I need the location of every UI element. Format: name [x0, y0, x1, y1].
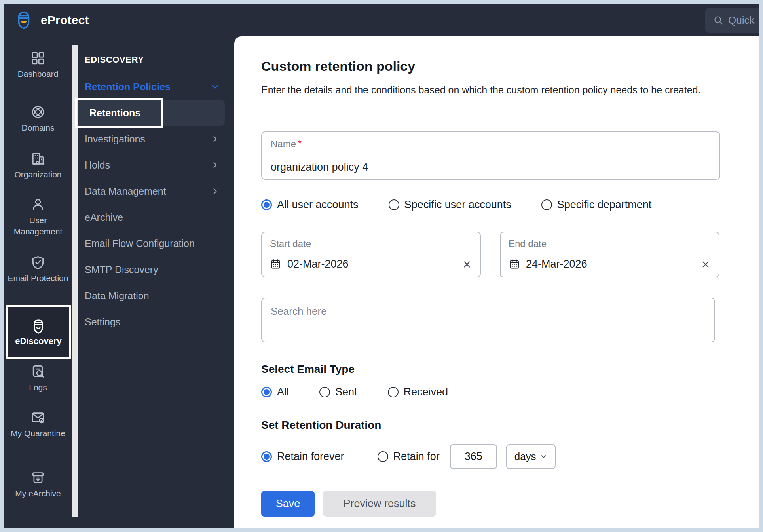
ediscovery-subnav: EDISCOVERY Retention Policies Retentions…: [78, 36, 234, 528]
radio-email-received[interactable]: Received: [388, 386, 448, 398]
calendar-icon[interactable]: [270, 258, 281, 270]
shield-check-icon: [30, 255, 46, 270]
subnav-item-smtp-discovery[interactable]: SMTP Discovery: [78, 256, 234, 283]
start-date-label: Start date: [270, 238, 472, 249]
subnav-list: Retention Policies Retentions Investigat…: [78, 74, 234, 335]
body-row: Dashboard Domains Organization User Mana…: [4, 36, 759, 528]
sidebar-item-dashboard[interactable]: Dashboard: [4, 51, 72, 80]
subnav-item-retentions[interactable]: Retentions: [78, 100, 225, 126]
logs-search-icon: [30, 364, 46, 379]
sidebar-item-organization[interactable]: Organization: [4, 151, 72, 180]
retention-unit-select[interactable]: days: [506, 444, 556, 469]
sidebar-item-logs[interactable]: Logs: [4, 364, 72, 393]
subnav-item-holds[interactable]: Holds: [78, 152, 234, 178]
chevron-right-icon: [210, 160, 220, 170]
subnav-section-title: EDISCOVERY: [85, 55, 234, 65]
radio-unselected-icon: [541, 200, 552, 210]
start-date-value: 02-Mar-2026: [287, 258, 349, 270]
radio-unselected-icon: [389, 200, 399, 210]
calendar-icon[interactable]: [509, 258, 520, 270]
search-placeholder: Search here: [271, 305, 327, 317]
app-window: eProtect Quick Dashboard Domains Organiz…: [0, 0, 763, 532]
required-asterisk: *: [298, 139, 302, 149]
sidebar-item-email-protection[interactable]: Email Protection: [4, 255, 72, 284]
sidebar-rail: Dashboard Domains Organization User Mana…: [4, 36, 72, 528]
end-date-field[interactable]: End date 24-Mar-2026: [500, 232, 719, 277]
retentions-highlight-box: Retentions: [75, 98, 163, 128]
radio-selected-icon: [261, 387, 272, 397]
search-icon: [713, 15, 724, 26]
radio-specific-department[interactable]: Specific department: [541, 199, 652, 211]
archive-box-icon: [30, 470, 46, 485]
radio-retain-for[interactable]: Retain for: [378, 450, 440, 463]
clear-icon[interactable]: [700, 259, 711, 270]
email-type-heading: Select Email Type: [261, 363, 747, 376]
email-type-radio-group: All Sent Received: [261, 386, 747, 398]
scope-radio-group: All user accounts Specific user accounts…: [261, 199, 747, 211]
radio-email-all[interactable]: All: [261, 386, 289, 398]
user-icon: [30, 197, 46, 212]
radio-retain-forever[interactable]: Retain forever: [261, 450, 344, 463]
top-bar: eProtect Quick: [4, 4, 759, 36]
action-buttons: Save Preview results: [261, 491, 747, 517]
name-label: Name*: [271, 139, 711, 150]
start-date-field[interactable]: Start date 02-Mar-2026: [261, 232, 481, 277]
page-subtitle: Enter the details and the conditions bas…: [261, 84, 747, 96]
sidebar-item-my-quarantine[interactable]: My Quarantine: [4, 410, 72, 439]
date-range-row: Start date 02-Mar-2026 End date 24-Mar-2…: [261, 232, 747, 277]
radio-selected-icon: [261, 200, 272, 210]
eprotect-shield-icon: [15, 10, 33, 30]
radio-unselected-icon: [378, 451, 388, 462]
building-icon: [30, 151, 46, 166]
radio-all-user-accounts[interactable]: All user accounts: [261, 199, 359, 211]
end-date-value: 24-Mar-2026: [526, 258, 587, 270]
chevron-down-icon: [210, 82, 220, 92]
save-button[interactable]: Save: [261, 491, 315, 517]
subnav-item-investigations[interactable]: Investigations: [78, 126, 234, 152]
end-date-label: End date: [509, 238, 711, 249]
retention-duration-row: Retain forever Retain for 365 days: [261, 444, 747, 469]
retention-unit-value: days: [514, 450, 536, 463]
ediscovery-shield-icon: [30, 318, 46, 334]
subnav-item-data-migration[interactable]: Data Migration: [78, 283, 234, 309]
chevron-right-icon: [210, 186, 220, 196]
radio-selected-icon: [261, 451, 272, 462]
globe-icon: [30, 104, 46, 120]
quick-search-button[interactable]: Quick: [705, 8, 759, 33]
retention-days-input[interactable]: 365: [450, 444, 497, 469]
policy-name-field[interactable]: Name* organization policy 4: [261, 131, 720, 180]
page-title: Custom retention policy: [261, 59, 747, 74]
radio-specific-user-accounts[interactable]: Specific user accounts: [389, 199, 511, 211]
main-content: Custom retention policy Enter the detail…: [234, 36, 759, 528]
sidebar-item-domains[interactable]: Domains: [4, 104, 72, 133]
radio-email-sent[interactable]: Sent: [319, 386, 357, 398]
subnav-item-settings[interactable]: Settings: [78, 309, 234, 335]
sidebar-item-ediscovery[interactable]: eDiscovery: [6, 305, 71, 359]
subnav-item-retention-policies[interactable]: Retention Policies: [78, 74, 234, 100]
radio-unselected-icon: [388, 387, 399, 397]
sidebar-item-user-management[interactable]: User Management: [4, 197, 72, 237]
sidebar-item-my-earchive[interactable]: My eArchive: [4, 470, 72, 499]
subnav-item-email-flow-configuration[interactable]: Email Flow Configuration: [78, 230, 234, 256]
chevron-down-icon: [540, 453, 547, 460]
preview-results-button[interactable]: Preview results: [323, 491, 436, 517]
app-title: eProtect: [41, 13, 89, 27]
subnav-item-data-management[interactable]: Data Management: [78, 178, 234, 204]
retention-duration-heading: Set Retention Duration: [261, 419, 747, 431]
clear-icon[interactable]: [462, 259, 472, 270]
radio-unselected-icon: [319, 387, 330, 397]
chevron-right-icon: [210, 134, 220, 144]
dashboard-grid-icon: [30, 51, 46, 66]
search-input[interactable]: Search here: [261, 298, 715, 342]
quick-search-label: Quick: [728, 14, 754, 27]
subnav-item-earchive[interactable]: eArchive: [78, 204, 234, 230]
name-value: organization policy 4: [271, 161, 711, 173]
quarantine-mail-icon: [30, 410, 46, 425]
